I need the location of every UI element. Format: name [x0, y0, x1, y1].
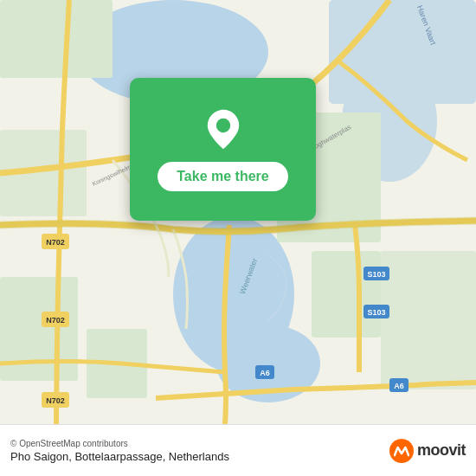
svg-point-34: [215, 118, 229, 132]
moovit-icon: [389, 439, 414, 463]
svg-text:S103: S103: [367, 270, 385, 279]
svg-text:A6: A6: [394, 382, 404, 390]
svg-text:N702: N702: [46, 396, 65, 405]
svg-rect-12: [0, 0, 113, 78]
navigation-overlay-card[interactable]: Take me there: [130, 78, 316, 221]
svg-text:A6: A6: [260, 369, 270, 377]
footer-info: © OpenStreetMap contributors Pho Saigon,…: [10, 439, 229, 463]
svg-text:N702: N702: [46, 316, 65, 325]
svg-rect-8: [0, 277, 78, 381]
moovit-logo: moovit: [389, 439, 466, 463]
footer-bar: © OpenStreetMap contributors Pho Saigon,…: [0, 424, 476, 476]
svg-rect-11: [381, 251, 476, 389]
map-area: N702 N702 N702 N702 A6 A6 S103 S103 Weer…: [0, 0, 476, 424]
svg-rect-4: [329, 0, 476, 104]
svg-text:N702: N702: [46, 238, 65, 247]
take-me-there-button[interactable]: Take me there: [158, 162, 287, 191]
osm-attribution: © OpenStreetMap contributors: [10, 439, 229, 448]
location-pin-icon: [202, 108, 245, 151]
svg-text:S103: S103: [367, 308, 385, 317]
location-name: Pho Saigon, Bottelaarpassage, Netherland…: [10, 450, 229, 463]
svg-rect-7: [312, 251, 381, 338]
moovit-brand-text: moovit: [417, 441, 466, 460]
